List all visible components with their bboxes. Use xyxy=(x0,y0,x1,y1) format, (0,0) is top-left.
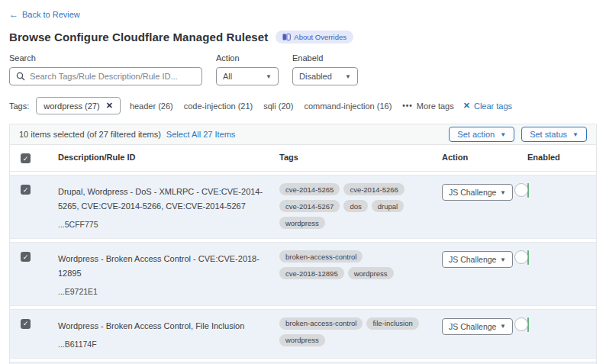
clear-tags-label: Clear tags xyxy=(474,101,512,111)
remove-tag-icon[interactable]: ✕ xyxy=(106,101,113,111)
search-icon xyxy=(16,72,25,81)
tag-pill: wordpress xyxy=(348,267,394,279)
header-action: Action xyxy=(442,153,527,162)
tags-bar: Tags: wordpress (27) ✕ header (26)code-i… xyxy=(9,97,597,114)
back-arrow-icon: ← xyxy=(9,9,18,20)
set-action-label: Set action xyxy=(457,130,495,139)
enabled-filter-group: Enabeld Disabled ▼ xyxy=(292,53,358,85)
tag-pill: wordpress xyxy=(279,217,325,229)
table-body: ✓ Drupal, Wordpress - DoS - XMLRPC - CVE… xyxy=(10,175,596,364)
chevron-down-icon: ▼ xyxy=(500,256,506,263)
row-rule-id: ...5CFF775 xyxy=(58,220,264,229)
back-to-review-link[interactable]: ← Back to Review xyxy=(9,9,80,20)
row-enabled-cell xyxy=(527,318,596,332)
enabled-toggle[interactable] xyxy=(527,250,529,265)
select-all-checkbox[interactable]: ✓ xyxy=(21,153,31,163)
selection-actions: Set action ▼ Set status ▼ xyxy=(449,127,587,142)
row-description: Wordpress - Broken Access Control, File … xyxy=(58,321,244,330)
page-title: Browse Configure Cloudflare Managed Rule… xyxy=(9,31,268,43)
row-action-select[interactable]: JS Challenge ▼ xyxy=(442,318,513,335)
ellipsis-icon: ••• xyxy=(402,101,413,110)
table-row: ✓ Wordpress - Broken Access Control - CV… xyxy=(10,242,596,306)
tag-pill: broken-access-control xyxy=(279,250,363,263)
clear-tags-button[interactable]: ✕ Clear tags xyxy=(463,101,512,111)
tag-list: header (26)code-injection (21)sqli (20)c… xyxy=(130,101,402,111)
page: ← Back to Review Browse Configure Cloudf… xyxy=(0,0,606,364)
tag-option[interactable]: code-injection (21) xyxy=(184,101,253,111)
toggle-knob xyxy=(514,250,528,264)
row-rule-id: ...E9721E1 xyxy=(58,287,264,296)
enabled-filter-label: Enabeld xyxy=(292,53,358,63)
row-rule-id: ...B61174F xyxy=(58,340,264,349)
tags-bar-label: Tags: xyxy=(9,101,29,111)
selection-summary: 10 items selected (of 27 filtered items) xyxy=(19,130,161,139)
more-tags-label: More tags xyxy=(417,101,454,111)
row-checkbox[interactable]: ✓ xyxy=(21,319,31,329)
row-action-select[interactable]: JS Challenge ▼ xyxy=(442,184,513,201)
row-tags-cell: broken-access-controlcve-2018-12895wordp… xyxy=(279,250,442,279)
row-description-cell: Wordpress - Broken Access Control, File … xyxy=(58,318,279,349)
row-enabled-cell xyxy=(527,184,596,198)
header-description: Description/Rule ID xyxy=(58,153,279,162)
row-checkbox[interactable]: ✓ xyxy=(21,185,31,195)
set-status-button[interactable]: Set status ▼ xyxy=(521,127,587,142)
selected-tag-chip-wordpress[interactable]: wordpress (27) ✕ xyxy=(36,97,121,114)
tag-pill: cve-2014-5265 xyxy=(279,183,340,195)
row-description: Wordpress - Broken Access Control - CVE:… xyxy=(58,254,259,278)
ruleset-table: 10 items selected (of 27 filtered items)… xyxy=(9,124,597,364)
row-action-value: JS Challenge xyxy=(449,255,496,264)
row-tags-cell: cve-2014-5265cve-2014-5266cve-2014-5267d… xyxy=(279,183,442,229)
tag-option[interactable]: command-injection (16) xyxy=(304,101,392,111)
set-status-label: Set status xyxy=(530,130,567,139)
search-group: Search xyxy=(9,53,216,85)
tag-pill: cve-2018-12895 xyxy=(279,267,344,279)
about-overrides-badge[interactable]: About Overrides xyxy=(276,31,353,43)
row-enabled-cell xyxy=(527,251,596,265)
search-box xyxy=(9,67,202,85)
row-description: Drupal, Wordpress - DoS - XMLRPC - CVE:C… xyxy=(58,187,263,211)
table-row: ✓ Drupal, Wordpress - DoS - XMLRPC - CVE… xyxy=(10,175,596,239)
toggle-knob xyxy=(514,317,528,331)
chevron-down-icon: ▼ xyxy=(572,131,579,138)
enabled-filter-value: Disabled xyxy=(299,72,332,81)
tag-option[interactable]: header (26) xyxy=(130,101,173,111)
toggle-knob xyxy=(514,183,528,197)
search-label: Search xyxy=(9,53,216,63)
set-action-button[interactable]: Set action ▼ xyxy=(449,127,514,142)
table-header-row: ✓ Description/Rule ID Tags Action Enable… xyxy=(10,145,596,172)
enabled-filter-select[interactable]: Disabled ▼ xyxy=(292,67,358,85)
action-filter-select[interactable]: All ▼ xyxy=(216,67,279,85)
chevron-down-icon: ▼ xyxy=(500,189,506,196)
row-action-select[interactable]: JS Challenge ▼ xyxy=(442,251,513,268)
tag-pill: wordpress xyxy=(279,334,325,346)
more-tags-button[interactable]: ••• More tags xyxy=(402,101,453,111)
chevron-down-icon: ▼ xyxy=(345,73,351,80)
tag-pill: cve-2014-5266 xyxy=(343,183,404,195)
row-action-value: JS Challenge xyxy=(449,322,496,331)
header-enabled: Enabled xyxy=(527,153,596,162)
row-action-value: JS Challenge xyxy=(449,188,496,197)
row-description-cell: Wordpress - Broken Access Control - CVE:… xyxy=(58,251,279,296)
table-row: ✓ Wordpress - Broken Access Control, Fil… xyxy=(10,309,596,359)
selection-bar: 10 items selected (of 27 filtered items)… xyxy=(10,124,596,145)
header-tags: Tags xyxy=(279,153,442,162)
row-checkbox[interactable]: ✓ xyxy=(21,252,31,262)
action-filter-label: Action xyxy=(216,53,292,63)
filters: Search Action All ▼ Enabeld Disabled ▼ xyxy=(9,53,597,85)
enabled-toggle[interactable] xyxy=(527,183,529,198)
chevron-down-icon: ▼ xyxy=(500,323,506,330)
about-overrides-label: About Overrides xyxy=(294,33,347,41)
chevron-down-icon: ▼ xyxy=(500,131,506,138)
row-tags-cell: broken-access-controlfile-inclusionwordp… xyxy=(279,317,442,346)
enabled-toggle[interactable] xyxy=(527,317,529,332)
tag-option[interactable]: sqli (20) xyxy=(263,101,293,111)
select-all-link[interactable]: Select All 27 Items xyxy=(166,130,236,139)
row-description-cell: Drupal, Wordpress - DoS - XMLRPC - CVE:C… xyxy=(58,184,279,229)
tag-pill: drupal xyxy=(372,200,404,212)
chevron-down-icon: ▼ xyxy=(266,73,272,80)
selected-tag-label: wordpress (27) xyxy=(44,101,99,111)
action-filter-group: Action All ▼ xyxy=(216,53,292,85)
book-icon xyxy=(282,34,291,40)
search-input[interactable] xyxy=(30,72,195,81)
clear-icon: ✕ xyxy=(463,101,470,111)
